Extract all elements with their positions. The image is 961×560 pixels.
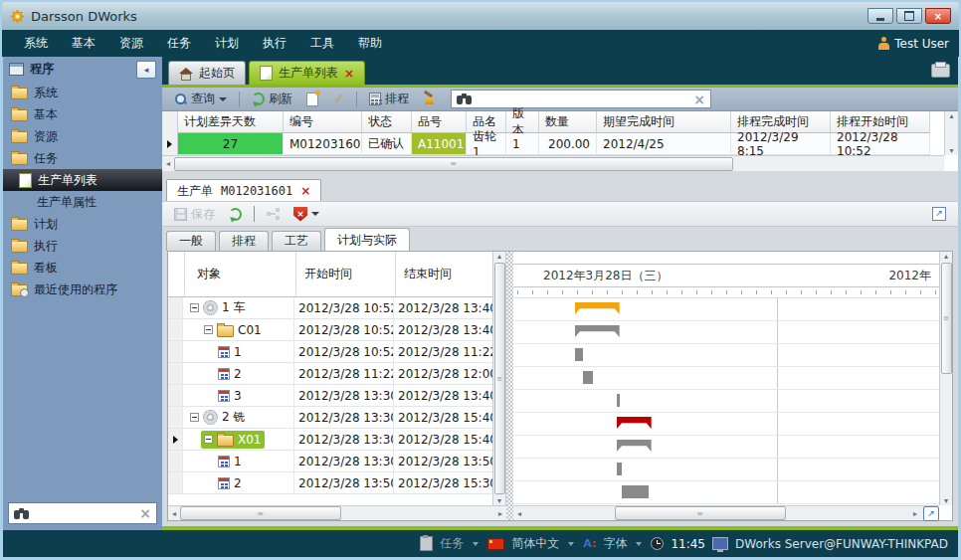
sidebar-search-clear-icon[interactable]: ×: [139, 506, 151, 520]
scroll-thumb[interactable]: ≡: [180, 506, 341, 520]
grid-column-header-3[interactable]: 品号: [412, 111, 467, 133]
tree-node[interactable]: 2: [215, 474, 245, 492]
gantt-bar-summary[interactable]: [617, 417, 652, 429]
user-indicator[interactable]: Test User: [878, 37, 949, 51]
tree-node[interactable]: C01: [201, 321, 265, 339]
sidebar-item-0[interactable]: 系统: [3, 82, 162, 103]
grid-column-header-0[interactable]: 计划差异天数: [178, 111, 284, 133]
grid-cell-7[interactable]: 2012/4/25: [597, 133, 731, 155]
sidebar-item-2[interactable]: 资源: [3, 125, 162, 147]
grid-column-header-5[interactable]: 版本: [506, 111, 539, 133]
gantt-bar-task[interactable]: [622, 485, 649, 498]
sidebar-search-input[interactable]: [34, 505, 135, 521]
tree-row-5[interactable]: 2 铣2012/3/28 13:302012/3/28 15:40: [168, 407, 505, 429]
validate-button[interactable]: ×: [289, 205, 323, 224]
grid-row[interactable]: 27M012031601已确认A11001齿轮11200.002012/4/25…: [162, 133, 958, 155]
printer-icon[interactable]: [931, 64, 950, 78]
gantt-bar-summary[interactable]: [575, 302, 620, 314]
tree-object-cell[interactable]: 1: [183, 451, 294, 472]
menu-item-3[interactable]: 任务: [155, 31, 203, 56]
sidebar-item-8[interactable]: 看板: [3, 257, 162, 279]
menu-item-5[interactable]: 执行: [251, 31, 298, 56]
grid-cell-8[interactable]: 2012/3/29 8:15: [731, 133, 831, 155]
tree-collapse-icon[interactable]: [204, 435, 213, 444]
refresh-button[interactable]: 刷新: [248, 89, 296, 109]
tree-object-cell[interactable]: 2 铣: [183, 407, 294, 429]
tree-node[interactable]: 1: [215, 343, 245, 361]
maximize-button[interactable]: [896, 8, 922, 24]
tree-row-1[interactable]: C012012/3/28 10:522012/3/28 13:40: [168, 319, 505, 341]
tree-object-cell[interactable]: 1 车: [183, 297, 294, 319]
sidebar-item-4[interactable]: 生产单列表: [3, 169, 162, 191]
sidebar-item-3[interactable]: 任务: [3, 147, 162, 169]
menu-item-6[interactable]: 工具: [298, 31, 346, 56]
grid-column-header-7[interactable]: 期望完成时间: [597, 111, 731, 133]
grid-cell-5[interactable]: 1: [506, 133, 539, 155]
detail-tab-2[interactable]: 工艺: [272, 231, 321, 251]
gantt-fit-button[interactable]: ↗: [923, 506, 939, 521]
minimize-button[interactable]: [867, 8, 893, 24]
gantt-bar-task[interactable]: [617, 463, 622, 475]
tasks-dropdown-caret[interactable]: [473, 542, 479, 546]
tree-node[interactable]: 1 车: [187, 299, 248, 317]
tree-hscrollbar[interactable]: ◂≡▸: [168, 505, 506, 520]
gantt-bar-task[interactable]: [583, 371, 593, 384]
tree-object-cell[interactable]: 2: [183, 363, 294, 385]
tab-close-icon[interactable]: ×: [344, 67, 354, 81]
new-button[interactable]: [302, 91, 322, 108]
grid-vscrollbar[interactable]: ▴▾: [944, 111, 958, 155]
splitter-handle[interactable]: [506, 252, 513, 520]
tree-node[interactable]: 2: [215, 365, 245, 383]
tree-node[interactable]: 2 铣: [187, 409, 248, 427]
tab-production-order-list[interactable]: 生产单列表 ×: [249, 61, 365, 85]
toolbar-search-clear-icon[interactable]: ×: [693, 93, 705, 106]
gantt-bar-summary[interactable]: [575, 325, 620, 337]
query-button[interactable]: 查询: [170, 89, 231, 109]
open-external-button[interactable]: ↗: [928, 205, 950, 223]
gantt-bar-task[interactable]: [617, 394, 620, 407]
grid-cell-2[interactable]: 已确认: [362, 133, 412, 155]
font-dropdown-caret[interactable]: [636, 542, 642, 546]
tree-row-7[interactable]: 12012/3/28 13:302012/3/28 13:50: [168, 451, 505, 472]
tree-row-3[interactable]: 22012/3/28 11:222012/3/28 12:00: [168, 363, 505, 385]
query-dropdown-caret[interactable]: [219, 97, 227, 101]
tree-node[interactable]: X01: [201, 431, 265, 449]
tree-node[interactable]: 1: [215, 453, 245, 470]
grid-column-header-1[interactable]: 编号: [284, 111, 362, 133]
sidebar-item-9[interactable]: 最近使用的程序: [3, 279, 162, 300]
grid-cell-4[interactable]: 齿轮1: [467, 133, 506, 155]
toolbar-search-input[interactable]: [477, 92, 689, 107]
tree-row-8[interactable]: 22012/3/28 13:502012/3/28 15:30: [168, 472, 505, 494]
tree-collapse-icon[interactable]: [190, 303, 199, 312]
tree-object-cell[interactable]: 3: [183, 385, 294, 407]
validate-dropdown-caret[interactable]: [311, 212, 319, 216]
tree-object-cell[interactable]: 2: [183, 472, 294, 494]
tree-object-cell[interactable]: X01: [183, 429, 294, 451]
detail-tab-3[interactable]: 计划与实际: [324, 228, 410, 251]
gantt-bar-task[interactable]: [575, 348, 583, 361]
tab-start-page[interactable]: 起始页: [168, 61, 246, 85]
doc-tab-close-icon[interactable]: ×: [300, 184, 310, 198]
status-language[interactable]: 简体中文: [511, 535, 559, 552]
tree-object-cell[interactable]: 1: [183, 341, 294, 363]
grid-cell-1[interactable]: M012031601: [284, 133, 362, 155]
scroll-thumb[interactable]: ≡: [615, 506, 786, 520]
tree-object-cell[interactable]: C01: [183, 319, 294, 341]
menu-item-1[interactable]: 基本: [60, 31, 107, 56]
sidebar-item-5[interactable]: 生产单属性: [3, 191, 162, 213]
gantt-hscrollbar[interactable]: ◂≡ ▸ ↗: [513, 505, 939, 520]
tree-row-4[interactable]: 32012/3/28 13:302012/3/28 13:40: [168, 385, 505, 407]
schedule-button[interactable]: 排程: [365, 89, 413, 109]
close-button[interactable]: ×: [925, 8, 951, 24]
tree-row-2[interactable]: 12012/3/28 10:522012/3/28 11:22: [168, 341, 505, 363]
detail-tab-0[interactable]: 一般: [166, 231, 216, 251]
gantt-bar-summary[interactable]: [617, 440, 652, 452]
tree-node[interactable]: 3: [215, 387, 245, 405]
menu-item-7[interactable]: 帮助: [346, 31, 394, 56]
tree-column-header-2[interactable]: 结束时间: [396, 252, 495, 296]
grid-hscrollbar[interactable]: ◂≡: [162, 155, 944, 171]
tree-collapse-icon[interactable]: [204, 325, 213, 334]
scroll-thumb[interactable]: ≡: [174, 157, 733, 171]
language-dropdown-caret[interactable]: [568, 542, 574, 546]
gantt-vscrollbar[interactable]: ▴≡▾: [939, 252, 952, 505]
